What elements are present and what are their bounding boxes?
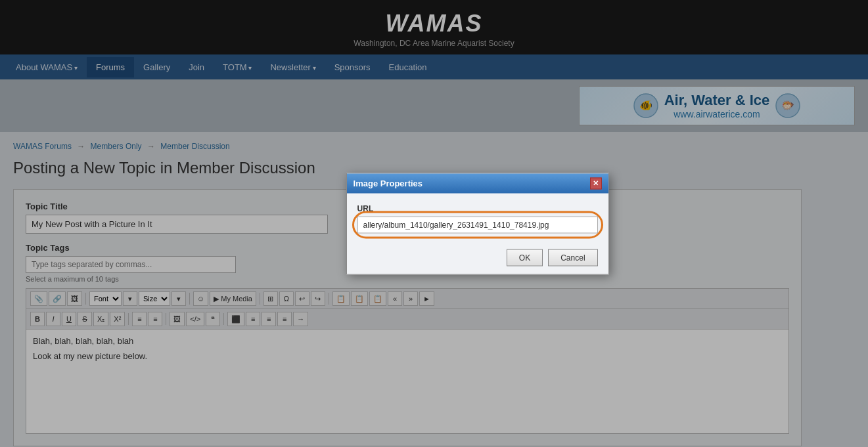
modal-footer: OK Cancel — [347, 244, 608, 274]
modal-body: URL — [347, 193, 608, 244]
modal-cancel-btn[interactable]: Cancel — [548, 249, 597, 266]
url-field-wrapper — [357, 216, 598, 233]
modal-title: Image Properties — [354, 179, 423, 188]
url-input[interactable] — [357, 216, 598, 233]
modal-ok-btn[interactable]: OK — [507, 249, 543, 266]
modal-header: Image Properties ✕ — [347, 173, 608, 193]
image-properties-modal: Image Properties ✕ URL OK Cancel — [346, 173, 609, 274]
url-label: URL — [357, 203, 598, 213]
modal-close-btn[interactable]: ✕ — [590, 177, 602, 189]
